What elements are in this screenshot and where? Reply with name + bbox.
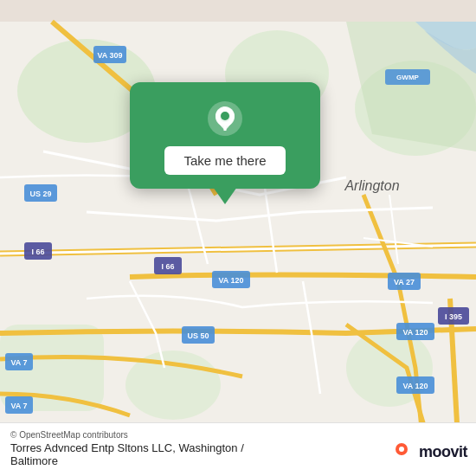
svg-text:GWMP: GWMP: [396, 74, 419, 81]
svg-text:I 395: I 395: [445, 312, 462, 321]
svg-text:US 29: US 29: [29, 190, 51, 198]
svg-text:Arlington: Arlington: [344, 178, 399, 193]
svg-text:VA 120: VA 120: [402, 328, 428, 337]
svg-text:I 66: I 66: [161, 262, 174, 271]
svg-text:I 66: I 66: [31, 248, 44, 256]
location-pin-icon: [206, 100, 244, 138]
moovit-brand-label: moovit: [419, 443, 467, 461]
svg-point-42: [221, 112, 229, 120]
svg-text:VA 27: VA 27: [394, 278, 415, 286]
svg-text:US 50: US 50: [187, 331, 209, 340]
moovit-logo: moovit: [388, 438, 467, 466]
pin-icon-container: [204, 98, 246, 139]
svg-text:VA 7: VA 7: [10, 402, 27, 410]
location-popup: Take me there: [130, 82, 320, 189]
take-me-there-button[interactable]: Take me there: [164, 146, 285, 175]
moovit-icon: [388, 438, 415, 466]
bottom-bar: © OpenStreetMap contributors Torres Advn…: [0, 422, 476, 476]
svg-text:VA 7: VA 7: [10, 358, 27, 367]
svg-point-45: [399, 447, 404, 452]
svg-text:VA 309: VA 309: [97, 51, 122, 60]
svg-text:VA 120: VA 120: [402, 382, 428, 390]
map-container: VA 309 US 29 I 66 I 66 VA 120 VA 27 VA 7…: [0, 0, 476, 476]
svg-text:VA 120: VA 120: [218, 276, 243, 285]
map-background: VA 309 US 29 I 66 I 66 VA 120 VA 27 VA 7…: [0, 0, 476, 476]
